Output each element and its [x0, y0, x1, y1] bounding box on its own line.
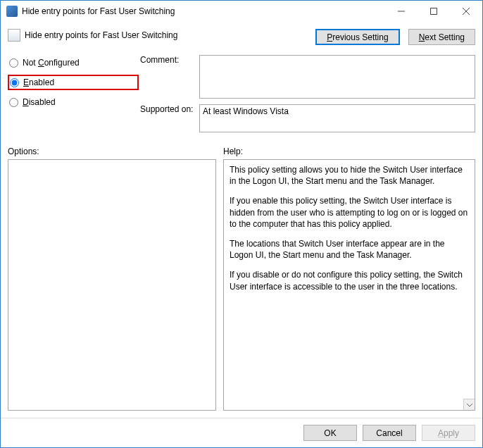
section-labels: Options: Help:: [8, 147, 475, 156]
svg-rect-1: [431, 8, 437, 15]
header-row: Hide entry points for Fast User Switchin…: [8, 29, 475, 45]
fields: Comment: Supported on:: [140, 55, 475, 138]
help-panel: This policy setting allows you to hide t…: [223, 159, 475, 411]
supported-textarea: [199, 104, 475, 132]
options-panel: [8, 159, 216, 411]
help-text: This policy setting allows you to hide t…: [230, 164, 469, 292]
nav-buttons: Previous Setting Next Setting: [315, 29, 475, 45]
radio-disabled[interactable]: Disabled: [8, 94, 134, 110]
comment-row: Comment:: [140, 55, 475, 99]
close-icon: [463, 8, 470, 15]
footer: OK Cancel Apply: [1, 418, 482, 447]
policy-title: Hide entry points for Fast User Switchin…: [25, 29, 315, 40]
policy-icon: [8, 29, 20, 42]
policy-editor-window: Hide entry points for Fast User Switchin…: [0, 0, 483, 448]
previous-setting-button[interactable]: Previous Setting: [315, 29, 399, 45]
help-paragraph: This policy setting allows you to hide t…: [230, 164, 469, 187]
window-title: Hide entry points for Fast User Switchin…: [22, 6, 385, 16]
radio-disabled-input[interactable]: [9, 98, 18, 107]
ok-button[interactable]: OK: [303, 425, 357, 441]
mid-row: Not Configured Enabled Disabled Comment:: [8, 55, 475, 138]
cancel-button[interactable]: Cancel: [363, 425, 416, 441]
content-area: Hide entry points for Fast User Switchin…: [1, 22, 482, 411]
minimize-button[interactable]: [385, 1, 418, 22]
comment-label: Comment:: [140, 55, 199, 65]
radio-not-configured-input[interactable]: [9, 58, 18, 68]
radio-enabled-input[interactable]: [10, 78, 19, 87]
chevron-down-icon: [467, 402, 472, 408]
radio-not-configured[interactable]: Not Configured: [8, 55, 134, 70]
help-paragraph: The locations that Switch User interface…: [230, 238, 469, 261]
help-label: Help:: [223, 147, 243, 156]
maximize-icon: [430, 8, 437, 15]
radio-enabled[interactable]: Enabled: [8, 75, 139, 90]
next-setting-button[interactable]: Next Setting: [408, 29, 475, 45]
titlebar: Hide entry points for Fast User Switchin…: [1, 1, 482, 22]
close-button[interactable]: [450, 1, 482, 22]
maximize-button[interactable]: [418, 1, 450, 22]
comment-textarea[interactable]: [199, 55, 475, 99]
supported-row: Supported on:: [140, 104, 475, 132]
apply-button[interactable]: Apply: [422, 425, 475, 441]
panels: This policy setting allows you to hide t…: [8, 159, 475, 411]
app-icon: [6, 6, 18, 17]
options-label: Options:: [8, 147, 223, 156]
help-paragraph: If you enable this policy setting, the S…: [230, 195, 469, 230]
help-paragraph: If you disable or do not configure this …: [230, 269, 469, 292]
supported-label: Supported on:: [140, 104, 199, 114]
state-radios: Not Configured Enabled Disabled: [8, 55, 134, 138]
scroll-down-button[interactable]: [463, 399, 475, 410]
minimize-icon: [398, 8, 405, 15]
